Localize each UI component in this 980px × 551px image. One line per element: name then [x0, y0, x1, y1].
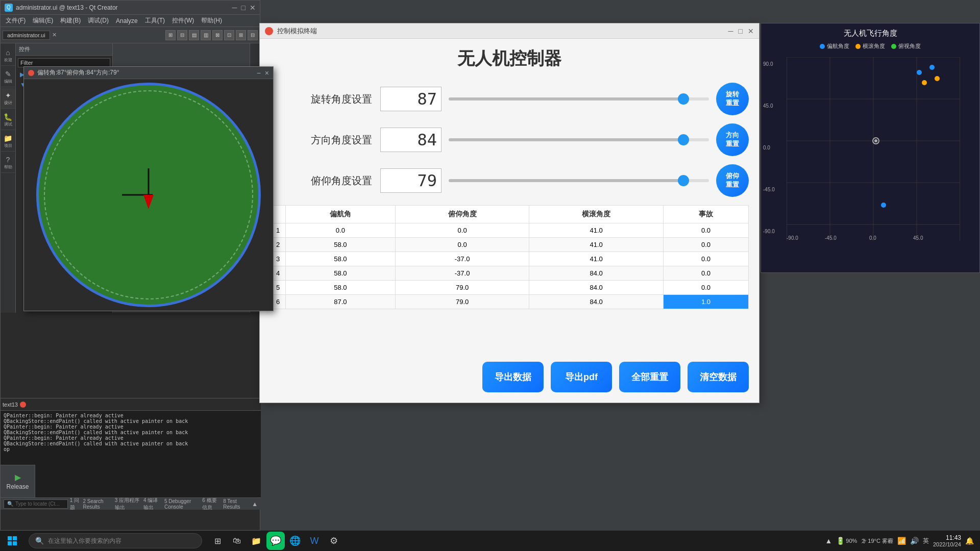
log-line-4: QBackingStore::endPaint() called with ac…	[4, 430, 258, 435]
qt-app-icon: Q	[5, 4, 13, 12]
file-tab-close[interactable]: ✕	[52, 32, 57, 38]
pitch-row: 俯仰角度设置 俯仰重置	[270, 164, 749, 197]
sidebar-welcome[interactable]: ⌂ 欢迎	[1, 45, 15, 66]
ctrl-title-text: 控制模拟终端	[277, 27, 728, 36]
menu-help[interactable]: 帮助(H)	[198, 15, 225, 26]
battery-status: 🔋 90%	[836, 537, 857, 545]
svg-text:0.0: 0.0	[869, 235, 876, 241]
toolbar-btn-5[interactable]: ⊠	[212, 30, 223, 40]
status-tests[interactable]: 8 Test Results	[223, 498, 248, 510]
taskbar-search-bar[interactable]: 🔍 在这里输入你要搜索的内容	[29, 533, 202, 548]
rotation-reset-btn[interactable]: 旋转重置	[716, 83, 749, 115]
sidebar-debug[interactable]: 🐛 调试	[1, 110, 15, 130]
direction-track	[449, 138, 709, 141]
status-debugger[interactable]: 5 Debugger Console	[164, 498, 200, 510]
sidebar-help[interactable]: ? 帮助	[1, 153, 15, 173]
qt-statusbar: 🔍 Type to locate (Ct... 1 问题 2 Search Re…	[1, 497, 261, 510]
legend-yaw-dot	[820, 44, 825, 49]
rotation-track	[449, 97, 709, 101]
text13-close-icon[interactable]	[20, 402, 26, 408]
status-app-output[interactable]: 3 应用程序输出	[115, 497, 141, 510]
release-section: ▶ Release	[1, 465, 35, 497]
table-col-accident: 事故	[663, 206, 748, 223]
menu-analyze[interactable]: Analyze	[113, 16, 141, 26]
circle-bg	[36, 83, 261, 307]
svg-rect-24	[13, 541, 17, 545]
menu-tools[interactable]: 工具(T)	[142, 15, 168, 26]
taskbar-icon-explorer[interactable]: 📁	[247, 532, 265, 550]
angle-dialog-x-btn[interactable]: ×	[265, 69, 269, 77]
ctrl-restore-btn[interactable]: □	[739, 27, 743, 35]
status-expand[interactable]: ▲	[252, 500, 258, 508]
ctrl-close-btn[interactable]: ✕	[748, 27, 754, 35]
taskbar-icon-word[interactable]: W	[305, 532, 324, 550]
widget-panel-title: 控件	[19, 45, 30, 53]
sidebar-design[interactable]: ✦ 设计	[1, 88, 15, 109]
direction-input[interactable]	[380, 128, 442, 152]
network-icon[interactable]: 📶	[897, 537, 906, 545]
sidebar-edit[interactable]: ✎ 编辑	[1, 67, 15, 87]
play-btn[interactable]: ▶	[15, 472, 21, 482]
taskbar-icon-task-view[interactable]: ⊞	[208, 532, 227, 550]
qt-toolbar: administrator.ui ✕ ⊞ ⊟ ▤ ▥ ⊠ ⊡ ⊞ ⊟	[1, 27, 260, 43]
taskbar-icon-store[interactable]: 🛍	[228, 532, 246, 550]
qt-min-btn[interactable]: ─	[232, 4, 237, 12]
status-problems[interactable]: 1 问题	[70, 497, 81, 510]
export-pdf-btn[interactable]: 导出pdf	[551, 362, 612, 392]
ctrl-min-btn[interactable]: ─	[728, 27, 733, 35]
direction-label: 方向角度设置	[270, 133, 372, 147]
toolbar-btn-8[interactable]: ⊟	[248, 30, 258, 40]
log-line-2: QBackingStore::endPaint() called with ac…	[4, 418, 258, 424]
ctrl-main-title: 无人机控制器	[270, 47, 749, 70]
direction-reset-btn[interactable]: 方向重置	[716, 123, 749, 156]
pitch-reset-btn[interactable]: 俯仰重置	[716, 164, 749, 197]
status-overview[interactable]: 6 概要信息	[202, 497, 221, 510]
rotation-row: 旋转角度设置 旋转重置	[270, 83, 749, 115]
volume-icon[interactable]: 🔊	[910, 537, 919, 545]
qt-left-sidebar: ⌂ 欢迎 ✎ 编辑 ✦ 设计 🐛 调试 📁 项目 ? 帮助	[1, 43, 16, 313]
reset-all-btn[interactable]: 全部重置	[619, 362, 680, 392]
table-row: 3 58.0 -37.0 41.0 0.0	[271, 252, 749, 266]
datetime[interactable]: 11:43 2022/10/24	[933, 534, 961, 547]
toolbar-btn-4[interactable]: ▥	[201, 30, 211, 40]
table-col-roll: 横滚角度	[529, 206, 664, 223]
log-line-3: QPainter::begin: Painter already active	[4, 424, 258, 430]
rotation-thumb[interactable]	[678, 93, 689, 105]
toolbar-btn-3[interactable]: ▤	[189, 30, 199, 40]
qt-max-btn[interactable]: □	[241, 4, 246, 12]
pitch-input[interactable]	[380, 168, 442, 193]
toolbar-btn-2[interactable]: ⊟	[177, 30, 187, 40]
pitch-label: 俯仰角度设置	[270, 174, 372, 188]
menu-controls[interactable]: 控件(W)	[169, 15, 197, 26]
status-search[interactable]: 2 Search Results	[83, 498, 112, 510]
angle-dialog-min-btn[interactable]: −	[257, 69, 261, 77]
toolbar-btn-7[interactable]: ⊞	[236, 30, 246, 40]
toolbar-btn-6[interactable]: ⊡	[224, 30, 234, 40]
menu-build[interactable]: 构建(B)	[57, 15, 84, 26]
taskbar-icon-edge[interactable]: 🌐	[286, 532, 304, 550]
taskbar-icon-tool[interactable]: ⚙	[325, 532, 343, 550]
menu-file[interactable]: 文件(F)	[3, 15, 29, 26]
taskbar-icon-wechat[interactable]: 💬	[266, 532, 285, 550]
menu-debug[interactable]: 调试(D)	[85, 15, 112, 26]
tray-notification-icon[interactable]: ▲	[825, 537, 832, 545]
windows-start-btn[interactable]	[0, 531, 24, 551]
export-data-btn[interactable]: 导出数据	[482, 362, 544, 392]
angle-dialog-close-icon[interactable]	[28, 70, 34, 76]
weather-status: 🌫 19°C 雾霾	[861, 537, 893, 545]
clear-data-btn[interactable]: 清空数据	[688, 362, 749, 392]
qt-close-btn[interactable]: ✕	[250, 4, 256, 12]
pitch-track	[449, 179, 709, 182]
sidebar-project[interactable]: 📁 项目	[1, 131, 15, 152]
pitch-thumb[interactable]	[678, 175, 689, 186]
status-compile[interactable]: 4 编译输出	[143, 497, 162, 510]
file-tab[interactable]: administrator.ui	[3, 31, 50, 40]
notification-center-btn[interactable]: 🔔	[965, 537, 974, 545]
lang-indicator[interactable]: 英	[923, 537, 929, 545]
rotation-input[interactable]	[380, 87, 442, 111]
locate-input-wrap[interactable]: 🔍 Type to locate (Ct...	[4, 499, 68, 509]
menu-edit[interactable]: 编辑(E)	[30, 15, 56, 26]
toolbar-btn-1[interactable]: ⊞	[165, 30, 176, 40]
log-line-6: QBackingStore::endPaint() called with ac…	[4, 441, 258, 446]
direction-thumb[interactable]	[678, 134, 689, 145]
